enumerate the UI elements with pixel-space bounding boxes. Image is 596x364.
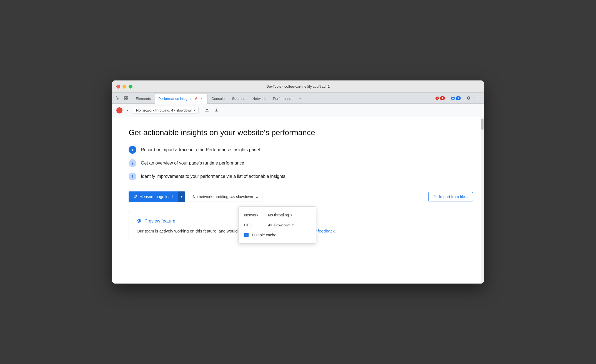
tab-bar: Elements Performance insights 📌 × Consol…: [112, 93, 484, 104]
record-dropdown-arrow[interactable]: ▾: [125, 107, 131, 113]
steps-list: 1 Record or import a trace into the Perf…: [129, 146, 473, 180]
preview-feature-title: Preview feature: [144, 219, 175, 224]
tab-sources[interactable]: Sources: [229, 93, 249, 104]
minimize-button[interactable]: [122, 85, 126, 89]
step-text-3: Identify improvements to your performanc…: [141, 174, 285, 179]
tab-network-label: Network: [252, 97, 266, 101]
svg-rect-0: [124, 97, 126, 98]
network-value-select[interactable]: No throttling ▾: [268, 213, 292, 217]
step-number-1: 1: [129, 146, 136, 154]
flask-icon: ⚗: [137, 218, 142, 224]
throttle-select-label: No network throttling, 4× slowdown: [136, 108, 192, 112]
tab-performance-insights-label: Performance insights: [158, 97, 192, 101]
main-heading: Get actionable insights on your website'…: [129, 128, 473, 137]
tab-performance[interactable]: Performance: [269, 93, 297, 104]
tab-console[interactable]: Console: [208, 93, 228, 104]
toolbar-upload-btns: [203, 107, 220, 114]
throttle-select-arrow: ▾: [194, 108, 196, 112]
disable-cache-checkbox[interactable]: [244, 233, 249, 237]
list-item: 1 Record or import a trace into the Perf…: [129, 146, 473, 154]
network-dropdown-arrow: ▾: [291, 213, 292, 217]
step-text-2: Get an overview of your page's runtime p…: [141, 161, 244, 166]
cursor-icon-button[interactable]: [114, 95, 121, 102]
network-select-label: No network throttling, 4× slowdown: [193, 194, 253, 199]
import-button[interactable]: [212, 107, 220, 114]
chevron-down-icon: ▾: [181, 195, 182, 199]
select-arrow-up-icon: ▲: [255, 195, 258, 198]
svg-rect-10: [215, 112, 218, 112]
list-item: 3 Identify improvements to your performa…: [129, 173, 473, 180]
step-number-3: 3: [129, 173, 136, 180]
network-row: Network No throttling ▾: [239, 210, 316, 220]
svg-rect-1: [126, 97, 128, 98]
svg-rect-9: [205, 112, 209, 112]
cpu-row: CPU 4× slowdown ▾: [239, 220, 316, 230]
tab-close-icon[interactable]: ×: [199, 96, 204, 101]
import-from-file-button[interactable]: Import from file...: [428, 192, 473, 201]
info-badge-button[interactable]: 1: [449, 96, 463, 101]
tab-elements[interactable]: Elements: [132, 93, 154, 104]
action-row: ↺ Measure page load ▾ No network throttl…: [129, 191, 473, 202]
pin-icon: 📌: [194, 97, 198, 100]
more-options-button[interactable]: ⋮: [474, 94, 482, 102]
tab-sources-label: Sources: [232, 97, 245, 101]
import-btn-label: Import from file...: [439, 194, 468, 199]
close-button[interactable]: [116, 85, 120, 89]
tab-elements-label: Elements: [136, 97, 151, 101]
svg-rect-7: [452, 98, 453, 98]
measure-btn-group: ↺ Measure page load ▾: [129, 191, 185, 202]
measure-page-load-button[interactable]: ↺ Measure page load: [129, 191, 178, 202]
info-count-badge: 1: [456, 96, 461, 100]
disable-cache-label: Disable cache: [252, 233, 276, 237]
list-item: 2 Get an overview of your page's runtime…: [129, 159, 473, 167]
maximize-button[interactable]: [129, 85, 132, 89]
tab-performance-insights[interactable]: Performance insights 📌 ×: [155, 93, 207, 104]
devtools-window: DevTools - coffee-cart.netlify.app/?ad=1…: [112, 80, 484, 284]
step-number-2: 2: [129, 159, 136, 167]
gear-icon: ⚙: [467, 95, 470, 101]
toolbar: ▾ No network throttling, 4× slowdown ▾: [112, 104, 484, 117]
svg-rect-8: [452, 98, 454, 99]
scrollbar-thumb[interactable]: [481, 119, 484, 130]
error-badge-button[interactable]: ✕ 1: [433, 96, 447, 101]
refresh-icon: ↺: [134, 194, 137, 199]
throttle-select-toolbar[interactable]: No network throttling, 4× slowdown ▾: [133, 107, 199, 114]
error-count-badge: 1: [440, 96, 445, 100]
window-title: DevTools - coffee-cart.netlify.app/?ad=1: [266, 84, 330, 89]
disable-cache-row: Disable cache: [239, 230, 316, 240]
export-button[interactable]: [203, 107, 211, 114]
more-vert-icon: ⋮: [476, 95, 480, 101]
tab-network[interactable]: Network: [249, 93, 269, 104]
svg-rect-3: [126, 98, 128, 100]
record-button[interactable]: [116, 107, 122, 113]
settings-icon-button[interactable]: ⚙: [465, 94, 472, 102]
main-content: Get actionable insights on your website'…: [112, 117, 484, 284]
tab-console-label: Console: [211, 97, 225, 101]
traffic-lights: [116, 85, 132, 89]
layers-icon-button[interactable]: [122, 95, 130, 102]
scrollbar[interactable]: [481, 117, 484, 284]
title-bar: DevTools - coffee-cart.netlify.app/?ad=1: [112, 80, 484, 93]
content-area: Get actionable insights on your website'…: [112, 117, 484, 284]
cpu-value-select[interactable]: 4× slowdown ▾: [268, 223, 294, 227]
network-throttle-select-button[interactable]: No network throttling, 4× slowdown ▲: [189, 192, 262, 201]
cpu-dropdown-arrow: ▾: [292, 223, 294, 227]
svg-rect-11: [433, 198, 437, 198]
svg-rect-2: [124, 98, 126, 100]
tab-bar-right: ✕ 1 1 ⚙ ⋮: [433, 93, 482, 103]
throttle-dropdown-menu: Network No throttling ▾ CPU 4× slowdown …: [238, 206, 316, 244]
measure-dropdown-arrow[interactable]: ▾: [178, 191, 185, 202]
cpu-label: CPU: [244, 223, 264, 227]
network-label: Network: [244, 213, 264, 217]
tab-performance-label: Performance: [273, 97, 293, 101]
step-text-1: Record or import a trace into the Perfor…: [141, 147, 260, 152]
tab-bar-icons: [114, 93, 130, 103]
svg-text:✕: ✕: [436, 97, 438, 100]
tab-more-button[interactable]: »: [297, 93, 303, 103]
